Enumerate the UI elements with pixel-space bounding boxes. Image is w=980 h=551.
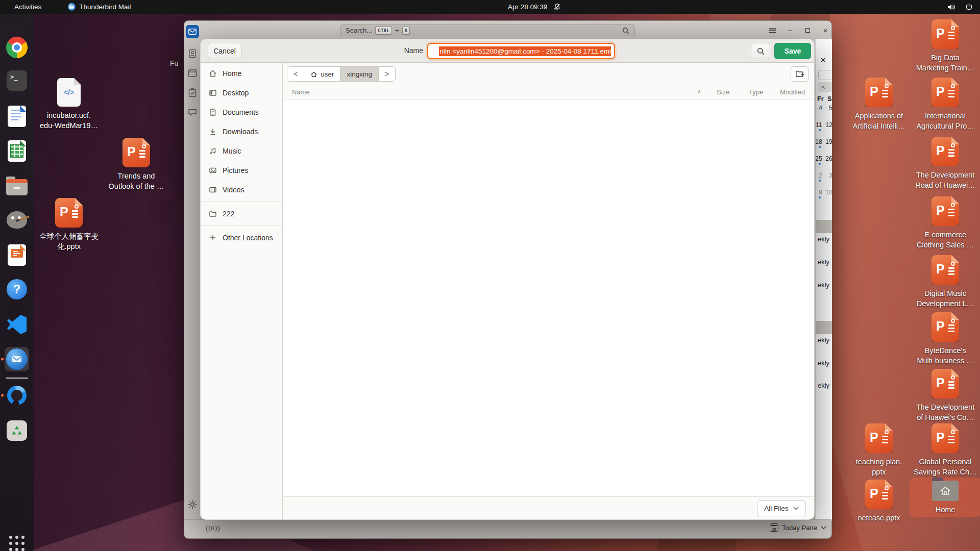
desktop-icon-huawei-road[interactable]: P The Development Road of Huawei… — [904, 137, 980, 191]
sidebar-item-videos[interactable]: Videos — [201, 180, 282, 199]
downloads-icon — [209, 128, 217, 136]
desktop-icon-ecommerce[interactable]: P E-commerce Clothing Sales … — [904, 196, 980, 251]
sidebar-item-downloads[interactable]: Downloads — [201, 122, 282, 141]
event-row[interactable]: ekly — [818, 336, 829, 344]
calendar-day[interactable]: 2 — [815, 172, 822, 179]
sidebar-separator — [201, 202, 282, 202]
calendar-day[interactable]: 18 — [815, 138, 822, 145]
calendar-day[interactable]: 19 — [825, 138, 832, 145]
today-pane-close-icon[interactable]: × — [820, 55, 826, 66]
sidebar-item-music[interactable]: Music — [201, 141, 282, 161]
desktop-icon-incubator[interactable]: </> incubator.ucf. edu-WedMar19… — [28, 78, 110, 131]
cancel-button[interactable]: Cancel — [208, 43, 241, 59]
system-status-area[interactable] — [947, 3, 973, 11]
calendar-day[interactable]: 11 — [815, 121, 822, 129]
tasks-space-button[interactable] — [187, 88, 198, 98]
event-row[interactable]: ekly — [818, 235, 829, 243]
minimonth-prev-icon[interactable]: < — [818, 82, 832, 92]
sidebar-item-other-locations[interactable]: Other Locations — [201, 228, 282, 247]
menu-hamburger-button[interactable] — [768, 26, 777, 35]
sort-ascending-icon[interactable]: ∧ — [697, 88, 701, 95]
keycap-ctrl: CTRL — [375, 27, 392, 35]
search-placeholder: Search... — [346, 27, 372, 34]
dock-help-icon[interactable]: ? — [5, 277, 29, 302]
column-header-size[interactable]: Size — [717, 88, 729, 96]
dock-files-icon[interactable] — [5, 173, 29, 198]
event-row[interactable]: ekly — [818, 281, 829, 289]
path-back-button[interactable]: < — [287, 67, 304, 81]
focused-app-label: Thunderbird Mail — [79, 3, 131, 11]
calendar-day[interactable]: 12 — [825, 121, 832, 129]
event-row[interactable]: ekly — [818, 258, 829, 266]
thunderbird-titlebar[interactable]: Search... CTRL + K − × — [184, 21, 831, 39]
chat-space-button[interactable] — [187, 107, 198, 117]
sidebar-item-222[interactable]: 222 — [201, 204, 282, 223]
settings-gear-icon[interactable] — [187, 499, 198, 510]
desktop-icon-global-savings[interactable]: P Global Personal Savings Rate Ch… — [904, 423, 980, 478]
sidebar-item-pictures[interactable]: Pictures — [201, 161, 282, 180]
calendar-day[interactable]: 25 — [815, 155, 822, 162]
desktop-icon-bigdata[interactable]: P Big Data Marketing Train… — [904, 19, 980, 73]
calendar-day[interactable]: 10 — [825, 189, 832, 196]
column-header-type[interactable]: Type — [749, 88, 763, 96]
desktop-icon-huawei-co[interactable]: P The Development of Huawei's Co… — [904, 369, 980, 423]
sidebar-item-label: 222 — [223, 210, 234, 218]
mail-space-button[interactable] — [186, 25, 199, 38]
maximize-button[interactable] — [803, 26, 812, 35]
new-folder-button[interactable] — [791, 66, 809, 82]
addressbook-space-button[interactable] — [187, 48, 198, 59]
close-button[interactable]: × — [821, 26, 830, 35]
focused-app-menu[interactable]: Thunderbird Mail — [68, 3, 131, 11]
broadcast-status-icon[interactable]: ((o)) — [206, 524, 220, 532]
sidebar-item-home[interactable]: Home — [201, 64, 282, 83]
sidebar-item-desktop[interactable]: Desktop — [201, 83, 282, 103]
filename-selected-text: nlin <yanlin451200@gmail.com> - 2025-04-… — [439, 46, 611, 56]
calendar-day-icon: 28 — [770, 523, 778, 532]
minimize-button[interactable]: − — [786, 26, 795, 35]
desktop-icon-netease[interactable]: P netease.pptx — [838, 480, 920, 523]
calendar-space-button[interactable] — [187, 68, 198, 78]
path-crumb-user[interactable]: user — [304, 67, 340, 81]
dock-libreoffice-calc-icon[interactable] — [5, 139, 29, 163]
calendar-day[interactable]: 26 — [825, 155, 832, 162]
filename-input[interactable]: nlin <yanlin451200@gmail.com> - 2025-04-… — [427, 43, 615, 59]
event-row[interactable]: ekly — [818, 382, 829, 389]
show-applications-button[interactable] — [5, 531, 29, 551]
desktop-icon-trends[interactable]: P Trends and Outlook of the … — [95, 138, 177, 192]
search-files-button[interactable] — [751, 43, 770, 59]
dock-vscode-icon[interactable] — [5, 312, 29, 337]
clock-menu[interactable]: Apr 28 09:39 — [508, 3, 561, 11]
dock-gimp-icon[interactable] — [5, 208, 29, 232]
calendar-day[interactable]: 9 — [815, 189, 822, 196]
global-search-bar[interactable]: Search... CTRL + K — [340, 24, 635, 36]
file-list-empty[interactable] — [283, 99, 814, 496]
today-pane-toggle[interactable]: 28 Today Pane — [770, 523, 826, 532]
calendar-day[interactable]: 5 — [825, 105, 832, 112]
desktop-icon-savings-cn[interactable]: P 全球个人储蓄率变 化.pptx — [28, 198, 110, 252]
save-button[interactable]: Save — [774, 43, 811, 59]
path-crumb-xingxing[interactable]: xingxing — [340, 67, 379, 81]
column-header-modified[interactable]: Modified — [780, 88, 805, 96]
desktop-icon-label: Trends and Outlook of the … — [109, 171, 164, 192]
sidebar-item-documents[interactable]: Documents — [201, 103, 282, 122]
column-header-name[interactable]: Name — [292, 88, 310, 96]
dock-trash-icon[interactable] — [5, 418, 29, 443]
running-indicator — [1, 358, 4, 361]
dock-thunderbird-icon[interactable] — [5, 347, 29, 371]
file-type-filter-dropdown[interactable]: All Files — [757, 500, 806, 516]
dock-libreoffice-writer-icon[interactable] — [5, 104, 29, 129]
desktop-icon-home-folder[interactable]: Home — [910, 478, 980, 517]
desktop-icon-digital-music[interactable]: P Digital Music Development L… — [904, 255, 980, 309]
desktop-icon-label: Digital Music Development L… — [917, 288, 974, 309]
activities-button[interactable]: Activities — [14, 3, 41, 11]
desktop-icon-bytedance[interactable]: P ByteDance's Multi-business … — [904, 312, 980, 366]
dock-blue-ring-app-icon[interactable] — [5, 383, 29, 408]
dock-chrome-icon[interactable] — [5, 35, 29, 60]
dock-libreoffice-impress-icon[interactable] — [5, 243, 29, 267]
calendar-day[interactable]: 4 — [815, 105, 822, 112]
path-forward-button[interactable]: > — [379, 67, 395, 81]
desktop-icon-agricultural[interactable]: P International Agricultural Pro… — [904, 78, 980, 132]
dock-terminal-icon[interactable]: >_ — [5, 68, 29, 93]
event-row[interactable]: ekly — [818, 359, 829, 367]
calendar-day[interactable]: 3 — [825, 172, 832, 179]
